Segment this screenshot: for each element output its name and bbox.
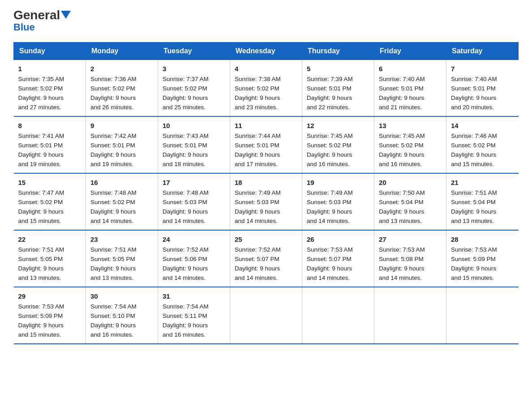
day-number: 30 <box>90 291 153 301</box>
calendar-week-row: 15Sunrise: 7:47 AMSunset: 5:02 PMDayligh… <box>14 173 519 230</box>
day-number: 25 <box>235 234 297 244</box>
day-number: 13 <box>379 120 442 131</box>
calendar-cell: 31Sunrise: 7:54 AMSunset: 5:11 PMDayligh… <box>158 287 230 344</box>
day-number: 27 <box>379 234 442 244</box>
day-number: 19 <box>307 177 369 188</box>
calendar-header-monday: Monday <box>86 43 158 60</box>
calendar-cell: 17Sunrise: 7:48 AMSunset: 5:03 PMDayligh… <box>158 173 230 230</box>
day-number: 4 <box>235 64 297 74</box>
calendar-header-tuesday: Tuesday <box>158 43 230 60</box>
day-number: 10 <box>163 120 225 131</box>
day-number: 24 <box>163 234 225 244</box>
calendar-cell: 4Sunrise: 7:38 AMSunset: 5:02 PMDaylight… <box>230 60 302 116</box>
calendar-header-wednesday: Wednesday <box>230 43 302 60</box>
calendar-week-row: 8Sunrise: 7:41 AMSunset: 5:01 PMDaylight… <box>14 116 519 173</box>
day-number: 29 <box>18 291 82 301</box>
logo-arrow-icon <box>61 11 71 21</box>
calendar-cell: 30Sunrise: 7:54 AMSunset: 5:10 PMDayligh… <box>86 287 158 344</box>
calendar-cell: 10Sunrise: 7:43 AMSunset: 5:01 PMDayligh… <box>158 116 230 173</box>
day-number: 31 <box>163 291 225 301</box>
calendar-week-row: 1Sunrise: 7:35 AMSunset: 5:02 PMDaylight… <box>14 60 519 116</box>
day-number: 23 <box>90 234 153 244</box>
calendar-cell <box>374 287 446 344</box>
day-number: 8 <box>18 120 82 131</box>
day-number: 26 <box>307 234 369 244</box>
day-number: 17 <box>163 177 225 188</box>
calendar-table: SundayMondayTuesdayWednesdayThursdayFrid… <box>13 42 519 344</box>
day-number: 11 <box>235 120 297 131</box>
calendar-cell: 5Sunrise: 7:39 AMSunset: 5:01 PMDaylight… <box>302 60 374 116</box>
calendar-cell <box>446 287 519 344</box>
day-number: 22 <box>18 234 82 244</box>
day-number: 2 <box>90 64 153 74</box>
calendar-cell: 24Sunrise: 7:52 AMSunset: 5:06 PMDayligh… <box>158 230 230 287</box>
day-number: 21 <box>451 177 514 188</box>
calendar-header-saturday: Saturday <box>446 43 519 60</box>
calendar-cell <box>302 287 374 344</box>
calendar-cell: 20Sunrise: 7:50 AMSunset: 5:04 PMDayligh… <box>374 173 446 230</box>
calendar-cell: 3Sunrise: 7:37 AMSunset: 5:02 PMDaylight… <box>158 60 230 116</box>
calendar-header-sunday: Sunday <box>14 43 86 60</box>
calendar-cell: 2Sunrise: 7:36 AMSunset: 5:02 PMDaylight… <box>86 60 158 116</box>
day-number: 6 <box>379 64 442 74</box>
calendar-cell: 12Sunrise: 7:45 AMSunset: 5:02 PMDayligh… <box>302 116 374 173</box>
calendar-cell: 9Sunrise: 7:42 AMSunset: 5:01 PMDaylight… <box>86 116 158 173</box>
calendar-cell: 1Sunrise: 7:35 AMSunset: 5:02 PMDaylight… <box>14 60 86 116</box>
calendar-cell: 22Sunrise: 7:51 AMSunset: 5:05 PMDayligh… <box>14 230 86 287</box>
day-number: 20 <box>379 177 442 188</box>
calendar-cell: 13Sunrise: 7:45 AMSunset: 5:02 PMDayligh… <box>374 116 446 173</box>
day-number: 18 <box>235 177 297 188</box>
calendar-cell: 14Sunrise: 7:46 AMSunset: 5:02 PMDayligh… <box>446 116 519 173</box>
calendar-cell: 7Sunrise: 7:40 AMSunset: 5:01 PMDaylight… <box>446 60 519 116</box>
calendar-cell: 28Sunrise: 7:53 AMSunset: 5:09 PMDayligh… <box>446 230 519 287</box>
day-number: 9 <box>90 120 153 131</box>
calendar-cell: 26Sunrise: 7:53 AMSunset: 5:07 PMDayligh… <box>302 230 374 287</box>
logo: General Blue <box>13 9 71 33</box>
calendar-cell: 15Sunrise: 7:47 AMSunset: 5:02 PMDayligh… <box>14 173 86 230</box>
calendar-cell: 8Sunrise: 7:41 AMSunset: 5:01 PMDaylight… <box>14 116 86 173</box>
calendar-cell: 11Sunrise: 7:44 AMSunset: 5:01 PMDayligh… <box>230 116 302 173</box>
day-number: 3 <box>163 64 225 74</box>
calendar-cell: 23Sunrise: 7:51 AMSunset: 5:05 PMDayligh… <box>86 230 158 287</box>
day-number: 28 <box>451 234 514 244</box>
calendar-cell: 21Sunrise: 7:51 AMSunset: 5:04 PMDayligh… <box>446 173 519 230</box>
svg-marker-0 <box>61 11 71 19</box>
calendar-cell <box>230 287 302 344</box>
calendar-cell: 18Sunrise: 7:49 AMSunset: 5:03 PMDayligh… <box>230 173 302 230</box>
logo-blue: Blue <box>13 21 35 33</box>
calendar-week-row: 22Sunrise: 7:51 AMSunset: 5:05 PMDayligh… <box>14 230 519 287</box>
calendar-week-row: 29Sunrise: 7:53 AMSunset: 5:09 PMDayligh… <box>14 287 519 344</box>
calendar-header-thursday: Thursday <box>302 43 374 60</box>
calendar-cell: 19Sunrise: 7:49 AMSunset: 5:03 PMDayligh… <box>302 173 374 230</box>
calendar-cell: 6Sunrise: 7:40 AMSunset: 5:01 PMDaylight… <box>374 60 446 116</box>
day-number: 5 <box>307 64 369 74</box>
day-number: 14 <box>451 120 514 131</box>
calendar-cell: 29Sunrise: 7:53 AMSunset: 5:09 PMDayligh… <box>14 287 86 344</box>
day-number: 7 <box>451 64 514 74</box>
calendar-cell: 27Sunrise: 7:53 AMSunset: 5:08 PMDayligh… <box>374 230 446 287</box>
calendar-cell: 16Sunrise: 7:48 AMSunset: 5:02 PMDayligh… <box>86 173 158 230</box>
day-number: 15 <box>18 177 82 188</box>
page-header: General Blue <box>13 9 519 33</box>
calendar-cell: 25Sunrise: 7:52 AMSunset: 5:07 PMDayligh… <box>230 230 302 287</box>
calendar-header-friday: Friday <box>374 43 446 60</box>
calendar-header-row: SundayMondayTuesdayWednesdayThursdayFrid… <box>14 43 519 60</box>
day-number: 12 <box>307 120 369 131</box>
day-number: 16 <box>90 177 153 188</box>
logo-general: General <box>13 9 60 21</box>
day-number: 1 <box>18 64 82 74</box>
